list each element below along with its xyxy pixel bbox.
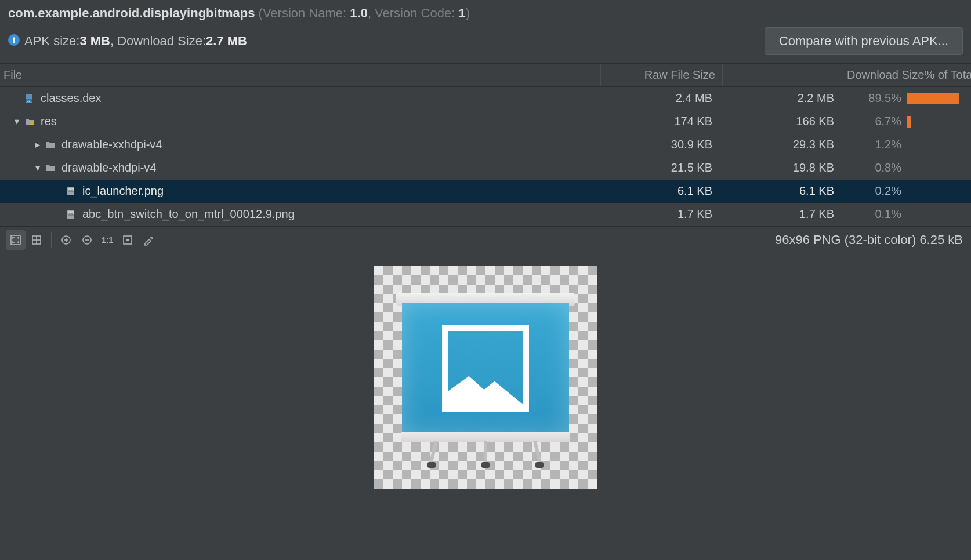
apk-size-value: 3 MB [79,34,110,49]
file-name: drawable-xhdpi-v4 [61,161,156,174]
version-code-label: , Version Code: [368,6,459,20]
table-row[interactable]: ▾drawable-xhdpi-v421.5 KB19.8 KB0.8% [0,157,971,180]
raw-size: 21.5 KB [601,161,723,174]
grid-button[interactable] [27,230,46,250]
table-row[interactable]: 01classes.dex2.4 MB2.2 MB89.5% [0,87,971,110]
download-size: 166 KB [723,115,845,128]
svg-text:01: 01 [27,99,31,103]
col-download-pct[interactable]: Download Size% of Total Download ... [845,64,971,86]
table-row[interactable]: ▾res174 KB166 KB6.7% [0,110,971,133]
folder-icon [44,162,57,174]
table-row[interactable]: ic_launcher.png6.1 KB6.1 KB0.2% [0,180,971,203]
file-name: drawable-xxhdpi-v4 [61,138,162,151]
image-preview-panel: 1:1 96x96 PNG (32-bit color) 6.25 kB [0,226,971,560]
toolbar-divider [51,232,52,248]
actual-size-button[interactable]: 1:1 [98,230,117,250]
percent: 0.1% [845,208,907,221]
percent: 89.5% [845,92,907,105]
dex-icon: 01 [23,92,36,105]
chevron-right-icon[interactable]: ▸ [31,139,44,150]
file-name: ic_launcher.png [82,184,164,198]
download-size: 19.8 KB [723,161,845,174]
transparency-checkerboard [374,266,597,489]
table-row[interactable]: ▸drawable-xxhdpi-v430.9 KB29.3 KB1.2% [0,133,971,157]
zoom-out-button[interactable] [77,230,97,250]
chevron-down-icon[interactable]: ▾ [31,162,44,173]
fit-to-window-button[interactable] [6,230,26,250]
compare-button[interactable]: Compare with previous APK... [765,27,963,55]
apk-header: com.example.android.displayingbitmaps (V… [0,0,971,25]
file-name: abc_btn_switch_to_on_mtrl_00012.9.png [82,208,295,221]
paren-close: ) [466,6,470,20]
zoom-in-button[interactable] [56,230,76,250]
raw-size: 1.7 KB [601,208,723,221]
preview-toolbar: 1:1 96x96 PNG (32-bit color) 6.25 kB [0,227,971,254]
file-name: res [41,115,57,128]
col-file[interactable]: File [0,64,601,86]
apk-size-label: APK size: [24,34,79,49]
folder-icon [23,115,36,128]
download-size: 6.1 KB [723,184,845,198]
download-size: 29.3 KB [723,138,845,151]
svg-rect-8 [11,235,20,245]
info-icon: i [8,34,20,46]
table-row[interactable]: abc_btn_switch_to_on_mtrl_00012.9.png1.7… [0,203,971,226]
file-name: classes.dex [41,92,102,105]
download-size-label: , Download Size: [110,34,206,49]
image-info: 96x96 PNG (32-bit color) 6.25 kB [775,232,963,248]
download-size-value: 2.7 MB [206,34,247,49]
svg-rect-3 [30,122,34,125]
svg-point-18 [127,239,129,241]
percent: 0.2% [845,184,907,198]
raw-size: 174 KB [601,115,723,128]
download-size: 1.7 KB [723,208,845,221]
raw-size: 30.9 KB [601,138,723,151]
apk-sizes: i APK size: 3 MB , Download Size: 2.7 MB [8,34,247,49]
version-name-label: (Version Name: [255,6,350,20]
percent: 1.2% [845,138,907,151]
percent-bar [907,93,971,104]
image-icon [65,185,78,198]
col-raw[interactable]: Raw File Size [601,64,723,86]
download-size: 2.2 MB [723,92,845,105]
percent-bar [907,116,971,128]
raw-size: 2.4 MB [601,92,723,105]
image-canvas[interactable] [0,254,971,560]
file-table: File Raw File Size Download Size% of Tot… [0,63,971,226]
percent: 0.8% [845,161,907,174]
percent: 6.7% [845,115,907,128]
launcher-icon-preview [393,285,578,470]
version-code: 1 [458,6,465,20]
folder-icon [44,139,57,151]
version-name: 1.0 [350,6,368,20]
table-header[interactable]: File Raw File Size Download Size% of Tot… [0,64,971,87]
chevron-down-icon[interactable]: ▾ [10,116,23,127]
package-name: com.example.android.displayingbitmaps [8,6,255,20]
table-body: 01classes.dex2.4 MB2.2 MB89.5%▾res174 KB… [0,87,971,226]
focus-button[interactable] [118,230,137,250]
raw-size: 6.1 KB [601,184,723,198]
color-picker-button[interactable] [139,230,158,250]
image-icon [65,208,78,221]
